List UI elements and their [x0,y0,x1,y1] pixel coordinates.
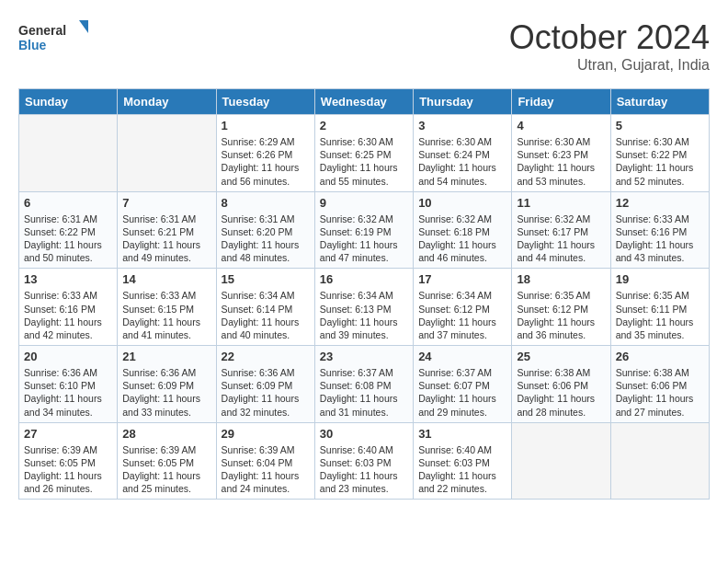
calendar-table: SundayMondayTuesdayWednesdayThursdayFrid… [18,88,710,500]
day-info: Sunrise: 6:30 AMSunset: 6:25 PMDaylight:… [320,135,408,188]
day-cell: 30Sunrise: 6:40 AMSunset: 6:03 PMDayligh… [314,422,413,500]
day-number: 17 [418,272,506,286]
day-cell: 15Sunrise: 6:34 AMSunset: 6:14 PMDayligh… [216,269,314,346]
day-number: 23 [320,350,408,363]
week-row-5: 27Sunrise: 6:39 AMSunset: 6:05 PMDayligh… [19,422,710,500]
day-info: Sunrise: 6:34 AMSunset: 6:12 PMDaylight:… [418,289,506,341]
day-cell: 14Sunrise: 6:33 AMSunset: 6:15 PMDayligh… [118,269,216,346]
day-cell: 17Sunrise: 6:34 AMSunset: 6:12 PMDayligh… [414,269,512,346]
day-info: Sunrise: 6:35 AMSunset: 6:11 PMDaylight:… [616,289,704,341]
day-info: Sunrise: 6:34 AMSunset: 6:13 PMDaylight:… [320,289,408,341]
day-cell: 16Sunrise: 6:34 AMSunset: 6:13 PMDayligh… [314,269,413,346]
day-number: 20 [24,350,112,363]
day-info: Sunrise: 6:36 AMSunset: 6:09 PMDaylight:… [222,366,310,419]
day-number: 7 [122,196,210,210]
week-row-2: 6Sunrise: 6:31 AMSunset: 6:22 PMDaylight… [19,191,710,269]
day-cell: 21Sunrise: 6:36 AMSunset: 6:09 PMDayligh… [118,346,216,423]
day-cell [19,115,118,192]
day-number: 25 [517,350,605,363]
day-cell: 3Sunrise: 6:30 AMSunset: 6:24 PMDaylight… [414,115,512,192]
day-info: Sunrise: 6:29 AMSunset: 6:26 PMDaylight:… [222,135,310,188]
svg-text:Blue: Blue [18,38,47,52]
day-info: Sunrise: 6:32 AMSunset: 6:17 PMDaylight:… [517,213,605,265]
day-number: 10 [418,196,506,210]
day-info: Sunrise: 6:32 AMSunset: 6:18 PMDaylight:… [418,213,506,265]
day-info: Sunrise: 6:37 AMSunset: 6:08 PMDaylight:… [320,366,408,419]
month-title: October 2024 [509,18,710,57]
day-info: Sunrise: 6:36 AMSunset: 6:10 PMDaylight:… [24,366,112,419]
day-cell: 1Sunrise: 6:29 AMSunset: 6:26 PMDaylight… [216,115,314,192]
day-cell: 20Sunrise: 6:36 AMSunset: 6:10 PMDayligh… [19,346,118,423]
day-info: Sunrise: 6:40 AMSunset: 6:03 PMDaylight:… [418,443,506,496]
day-number: 16 [320,272,408,286]
day-info: Sunrise: 6:36 AMSunset: 6:09 PMDaylight:… [122,366,210,419]
column-header-wednesday: Wednesday [314,89,413,115]
day-number: 19 [616,272,704,286]
column-header-thursday: Thursday [414,89,512,115]
day-cell: 31Sunrise: 6:40 AMSunset: 6:03 PMDayligh… [414,422,512,500]
day-cell: 23Sunrise: 6:37 AMSunset: 6:08 PMDayligh… [314,346,413,423]
week-row-3: 13Sunrise: 6:33 AMSunset: 6:16 PMDayligh… [19,269,710,346]
day-info: Sunrise: 6:39 AMSunset: 6:05 PMDaylight:… [122,443,210,496]
logo-svg: General Blue [18,18,92,60]
day-number: 6 [24,196,112,210]
day-info: Sunrise: 6:30 AMSunset: 6:22 PMDaylight:… [616,135,704,188]
column-header-sunday: Sunday [19,89,118,115]
day-info: Sunrise: 6:34 AMSunset: 6:14 PMDaylight:… [222,289,310,341]
day-number: 2 [320,119,408,132]
day-cell: 6Sunrise: 6:31 AMSunset: 6:22 PMDaylight… [19,191,118,269]
day-info: Sunrise: 6:30 AMSunset: 6:23 PMDaylight:… [517,135,605,188]
day-cell: 13Sunrise: 6:33 AMSunset: 6:16 PMDayligh… [19,269,118,346]
day-cell: 24Sunrise: 6:37 AMSunset: 6:07 PMDayligh… [414,346,512,423]
day-cell [118,115,216,192]
day-number: 21 [122,350,210,363]
day-cell: 26Sunrise: 6:38 AMSunset: 6:06 PMDayligh… [610,346,709,423]
day-info: Sunrise: 6:31 AMSunset: 6:20 PMDaylight:… [222,213,310,265]
day-cell: 19Sunrise: 6:35 AMSunset: 6:11 PMDayligh… [610,269,709,346]
page-header: General Blue October 2024 Utran, Gujarat… [18,18,710,74]
day-number: 14 [122,272,210,286]
day-number: 12 [616,196,704,210]
day-cell: 29Sunrise: 6:39 AMSunset: 6:04 PMDayligh… [216,422,314,500]
day-cell: 5Sunrise: 6:30 AMSunset: 6:22 PMDaylight… [610,115,709,192]
day-number: 5 [616,119,704,132]
day-cell: 7Sunrise: 6:31 AMSunset: 6:21 PMDaylight… [118,191,216,269]
day-info: Sunrise: 6:35 AMSunset: 6:12 PMDaylight:… [517,289,605,341]
day-info: Sunrise: 6:31 AMSunset: 6:21 PMDaylight:… [122,213,210,265]
day-cell: 27Sunrise: 6:39 AMSunset: 6:05 PMDayligh… [19,422,118,500]
day-info: Sunrise: 6:39 AMSunset: 6:04 PMDaylight:… [222,443,310,496]
day-number: 27 [24,427,112,441]
svg-text:General: General [18,23,66,38]
day-number: 15 [222,272,310,286]
day-cell: 28Sunrise: 6:39 AMSunset: 6:05 PMDayligh… [118,422,216,500]
day-number: 18 [517,272,605,286]
day-cell: 4Sunrise: 6:30 AMSunset: 6:23 PMDaylight… [512,115,610,192]
day-info: Sunrise: 6:38 AMSunset: 6:06 PMDaylight:… [616,366,704,419]
column-header-tuesday: Tuesday [216,89,314,115]
logo: General Blue [18,18,92,60]
column-header-friday: Friday [512,89,610,115]
day-number: 8 [222,196,310,210]
day-info: Sunrise: 6:40 AMSunset: 6:03 PMDaylight:… [320,443,408,496]
day-cell: 22Sunrise: 6:36 AMSunset: 6:09 PMDayligh… [216,346,314,423]
day-info: Sunrise: 6:32 AMSunset: 6:19 PMDaylight:… [320,213,408,265]
day-number: 31 [418,427,506,441]
day-number: 13 [24,272,112,286]
day-info: Sunrise: 6:38 AMSunset: 6:06 PMDaylight:… [517,366,605,419]
day-number: 9 [320,196,408,210]
day-cell: 18Sunrise: 6:35 AMSunset: 6:12 PMDayligh… [512,269,610,346]
day-info: Sunrise: 6:31 AMSunset: 6:22 PMDaylight:… [24,213,112,265]
day-number: 22 [222,350,310,363]
day-number: 4 [517,119,605,132]
day-info: Sunrise: 6:33 AMSunset: 6:16 PMDaylight:… [24,289,112,341]
day-cell [512,422,610,500]
day-number: 30 [320,427,408,441]
day-cell: 25Sunrise: 6:38 AMSunset: 6:06 PMDayligh… [512,346,610,423]
day-cell: 10Sunrise: 6:32 AMSunset: 6:18 PMDayligh… [414,191,512,269]
day-info: Sunrise: 6:30 AMSunset: 6:24 PMDaylight:… [418,135,506,188]
day-info: Sunrise: 6:33 AMSunset: 6:15 PMDaylight:… [122,289,210,341]
day-number: 29 [222,427,310,441]
week-row-1: 1Sunrise: 6:29 AMSunset: 6:26 PMDaylight… [19,115,710,192]
location: Utran, Gujarat, India [509,57,710,74]
day-info: Sunrise: 6:33 AMSunset: 6:16 PMDaylight:… [616,213,704,265]
